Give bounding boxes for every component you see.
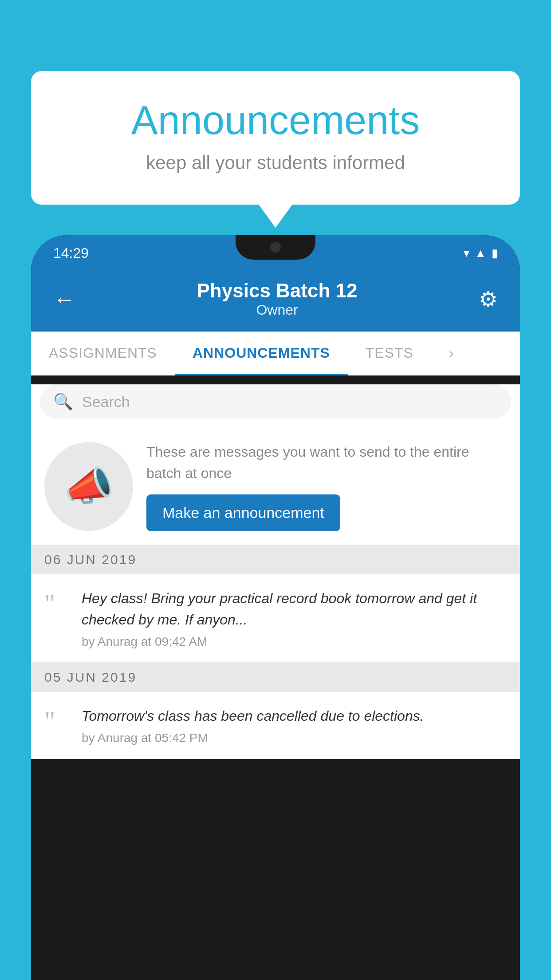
speech-bubble: Announcements keep all your students inf… (31, 71, 520, 205)
date-separator-1: 06 JUN 2019 (31, 545, 520, 574)
tab-tests[interactable]: TESTS (348, 332, 431, 375)
owner-label: Owner (197, 302, 358, 318)
settings-icon[interactable]: ⚙ (479, 287, 498, 312)
signal-icon: ▲ (475, 246, 486, 260)
announcement-content-2: Tomorrow's class has been cancelled due … (82, 705, 507, 745)
phone-frame: 14:29 ▾ ▲ ▮ ← Physics Batch 12 Owner ⚙ A… (31, 235, 520, 980)
status-icons: ▾ ▲ ▮ (464, 246, 498, 260)
tab-assignments[interactable]: ASSIGNMENTS (31, 332, 175, 375)
tabs-bar: ASSIGNMENTS ANNOUNCEMENTS TESTS › (31, 332, 520, 375)
batch-title: Physics Batch 12 (197, 280, 358, 302)
announcement-meta-2: by Anurag at 05:42 PM (82, 731, 507, 745)
announcement-content-1: Hey class! Bring your practical record b… (82, 588, 507, 649)
announcement-meta-1: by Anurag at 09:42 AM (82, 635, 507, 649)
header-center: Physics Batch 12 Owner (197, 280, 358, 318)
search-icon: 🔍 (53, 392, 73, 411)
tab-announcements[interactable]: ANNOUNCEMENTS (175, 332, 348, 375)
promo-icon-circle: 📣 (44, 442, 133, 531)
app-header: ← Physics Batch 12 Owner ⚙ (31, 271, 520, 332)
phone-notch (236, 235, 315, 260)
announcement-item-1: " Hey class! Bring your practical record… (31, 574, 520, 663)
announcement-text-1: Hey class! Bring your practical record b… (82, 588, 507, 630)
megaphone-icon: 📣 (64, 463, 114, 510)
promo-description: These are messages you want to send to t… (146, 441, 507, 484)
announcement-text-2: Tomorrow's class has been cancelled due … (82, 705, 507, 727)
make-announcement-button[interactable]: Make an announcement (146, 494, 340, 531)
battery-icon: ▮ (492, 246, 498, 260)
camera (270, 242, 281, 253)
tab-more[interactable]: › (431, 332, 472, 375)
back-button[interactable]: ← (53, 286, 75, 312)
status-time: 14:29 (53, 245, 89, 261)
speech-bubble-title: Announcements (67, 98, 484, 143)
announcement-item-2: " Tomorrow's class has been cancelled du… (31, 692, 520, 759)
phone-content: 🔍 Search 📣 These are messages you want t… (31, 384, 520, 759)
speech-bubble-subtitle: keep all your students informed (67, 152, 484, 174)
date-separator-2: 05 JUN 2019 (31, 663, 520, 692)
wifi-icon: ▾ (464, 246, 469, 260)
quote-icon-1: " (44, 590, 71, 649)
promo-right: These are messages you want to send to t… (146, 441, 507, 531)
search-placeholder: Search (82, 393, 130, 411)
status-bar: 14:29 ▾ ▲ ▮ (31, 235, 520, 271)
quote-icon-2: " (44, 707, 71, 745)
promo-block: 📣 These are messages you want to send to… (31, 428, 520, 545)
search-bar[interactable]: 🔍 Search (40, 384, 511, 419)
